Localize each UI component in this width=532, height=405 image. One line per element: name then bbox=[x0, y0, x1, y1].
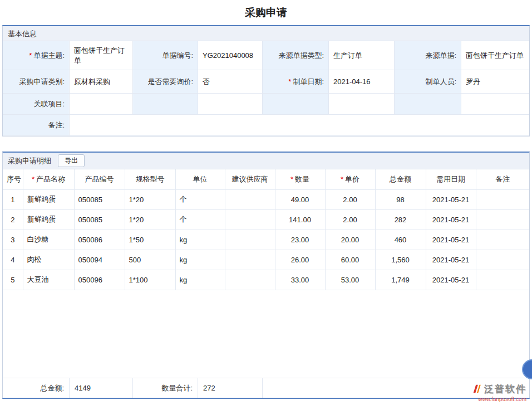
field-label-source-doc: 来源单据: bbox=[395, 41, 461, 70]
field-label-create-date: * 制单日期: bbox=[263, 70, 329, 94]
required-marker: * bbox=[32, 175, 35, 183]
column-header-product-no: 产品编号 bbox=[74, 169, 125, 189]
cell-need-date: 2021-05-21 bbox=[426, 209, 476, 230]
table-row: 5 大豆油 050096 1*100 kg 33.00 53.00 1,749 … bbox=[3, 270, 529, 290]
empty-value-cell bbox=[461, 94, 529, 115]
column-header-need-date: 需用日期 bbox=[426, 169, 476, 189]
cell-seq: 5 bbox=[3, 270, 23, 290]
cell-supplier bbox=[225, 189, 275, 209]
vendor-site-link[interactable]: www.fanpusoft.com bbox=[472, 396, 526, 402]
table-row: 4 肉松 050094 500 kg 26.00 60.00 1,560 202… bbox=[3, 250, 529, 270]
required-marker: * bbox=[290, 175, 293, 183]
cell-seq: 3 bbox=[3, 230, 23, 250]
cell-amount: 98 bbox=[375, 189, 426, 209]
column-header-amount: 总金额 bbox=[375, 169, 426, 189]
cell-need-date: 2021-05-21 bbox=[426, 250, 476, 270]
total-qty-value: 272 bbox=[198, 378, 263, 398]
cell-spec: 1*20 bbox=[125, 189, 175, 209]
cell-product-name: 大豆油 bbox=[23, 270, 74, 290]
detail-section-title: 采购申请明细 bbox=[8, 156, 51, 166]
basic-info-panel: 基本信息 * 单据主题: 面包饼干生产订单 单据编号: YG2021040008… bbox=[2, 25, 530, 136]
field-value-remark bbox=[70, 115, 529, 136]
cell-seq: 2 bbox=[3, 209, 23, 230]
cell-supplier bbox=[225, 270, 275, 290]
column-header-spec: 规格型号 bbox=[125, 169, 175, 189]
cell-unit: kg bbox=[175, 270, 225, 290]
export-button[interactable]: 导出 bbox=[58, 154, 85, 167]
field-value-project bbox=[70, 94, 133, 115]
detail-table: 序号 *产品名称 产品编号 规格型号 单位 建议供应商 *数量 *单价 总金额 … bbox=[3, 169, 529, 290]
column-header-seq: 序号 bbox=[3, 169, 23, 189]
cell-qty: 23.00 bbox=[275, 230, 325, 250]
field-label-creator: 制单人员: bbox=[395, 70, 461, 94]
cell-unit: kg bbox=[175, 250, 225, 270]
purchase-request-page: 采购申请 基本信息 * 单据主题: 面包饼干生产订单 单据编号: YG20210… bbox=[0, 0, 532, 405]
cell-price: 53.00 bbox=[325, 270, 375, 290]
table-header-row: 序号 *产品名称 产品编号 规格型号 单位 建议供应商 *数量 *单价 总金额 … bbox=[3, 169, 529, 189]
detail-panel: 采购申请明细 导出 序号 *产品名称 产品编号 规格型号 单位 建议供应商 *数… bbox=[2, 152, 530, 399]
total-qty-label: 数量合计: bbox=[133, 378, 198, 398]
field-label-subject: * 单据主题: bbox=[3, 41, 70, 70]
field-label-inquiry: 是否需要询价: bbox=[133, 70, 198, 94]
cell-seq: 4 bbox=[3, 250, 23, 270]
field-value-source-type: 生产订单 bbox=[329, 41, 395, 70]
column-header-remark: 备注 bbox=[476, 169, 529, 189]
field-value-subject: 面包饼干生产订单 bbox=[70, 41, 133, 70]
column-header-unit: 单位 bbox=[175, 169, 225, 189]
cell-spec: 1*20 bbox=[125, 209, 175, 230]
cell-remark bbox=[476, 270, 529, 290]
cell-remark bbox=[476, 189, 529, 209]
cell-qty: 26.00 bbox=[275, 250, 325, 270]
column-header-supplier: 建议供应商 bbox=[225, 169, 275, 189]
table-row: 3 白沙糖 050086 1*50 kg 23.00 20.00 460 202… bbox=[3, 230, 529, 250]
cell-product-no: 050085 bbox=[74, 209, 125, 230]
cell-price: 2.00 bbox=[325, 189, 375, 209]
cell-amount: 282 bbox=[375, 209, 426, 230]
cell-need-date: 2021-05-21 bbox=[426, 189, 476, 209]
field-value-category: 原材料采购 bbox=[70, 70, 133, 94]
empty-label-cell bbox=[263, 94, 329, 115]
cell-qty: 33.00 bbox=[275, 270, 325, 290]
cell-amount: 1,749 bbox=[375, 270, 426, 290]
cell-amount: 1,560 bbox=[375, 250, 426, 270]
page-title: 采购申请 bbox=[0, 0, 532, 19]
cell-unit: kg bbox=[175, 230, 225, 250]
column-header-product-name: *产品名称 bbox=[23, 169, 74, 189]
column-header-price: *单价 bbox=[325, 169, 375, 189]
cell-spec: 1*100 bbox=[125, 270, 175, 290]
field-value-docno: YG2021040008 bbox=[198, 41, 263, 70]
basic-info-section-title: 基本信息 bbox=[3, 26, 529, 41]
field-value-source-doc: 面包饼干生产订单 bbox=[461, 41, 529, 70]
cell-qty: 49.00 bbox=[275, 189, 325, 209]
empty-value-cell bbox=[198, 94, 263, 115]
required-marker: * bbox=[341, 175, 343, 183]
cell-spec: 500 bbox=[125, 250, 175, 270]
empty-label-cell bbox=[133, 94, 198, 115]
field-label-remark: 备注: bbox=[3, 115, 70, 136]
table-row: 1 新鲜鸡蛋 050085 1*20 个 49.00 2.00 98 2021-… bbox=[3, 189, 529, 209]
cell-product-no: 050085 bbox=[74, 189, 125, 209]
cell-amount: 460 bbox=[375, 230, 426, 250]
required-marker: * bbox=[288, 77, 291, 86]
vendor-logo-icon bbox=[472, 384, 482, 396]
field-label-docno: 单据编号: bbox=[133, 41, 198, 70]
field-value-inquiry: 否 bbox=[198, 70, 263, 94]
cell-supplier bbox=[225, 250, 275, 270]
cell-unit: 个 bbox=[175, 209, 225, 230]
cell-supplier bbox=[225, 230, 275, 250]
total-amount-value: 4149 bbox=[70, 378, 133, 398]
totals-bar: 总金额: 4149 数量合计: 272 bbox=[3, 378, 529, 398]
vendor-brand-name: 泛普软件 bbox=[484, 384, 526, 395]
cell-product-name: 白沙糖 bbox=[23, 230, 74, 250]
cell-product-no: 050086 bbox=[74, 230, 125, 250]
cell-spec: 1*50 bbox=[125, 230, 175, 250]
cell-remark bbox=[476, 250, 529, 270]
basic-info-grid: * 单据主题: 面包饼干生产订单 单据编号: YG2021040008 来源单据… bbox=[3, 41, 529, 136]
field-label-category: 采购申请类别: bbox=[3, 70, 70, 94]
cell-product-name: 新鲜鸡蛋 bbox=[23, 209, 74, 230]
empty-value-cell bbox=[329, 94, 395, 115]
cell-product-no: 050096 bbox=[74, 270, 125, 290]
empty-label-cell bbox=[395, 94, 461, 115]
field-value-creator: 罗丹 bbox=[461, 70, 529, 94]
cell-remark bbox=[476, 209, 529, 230]
